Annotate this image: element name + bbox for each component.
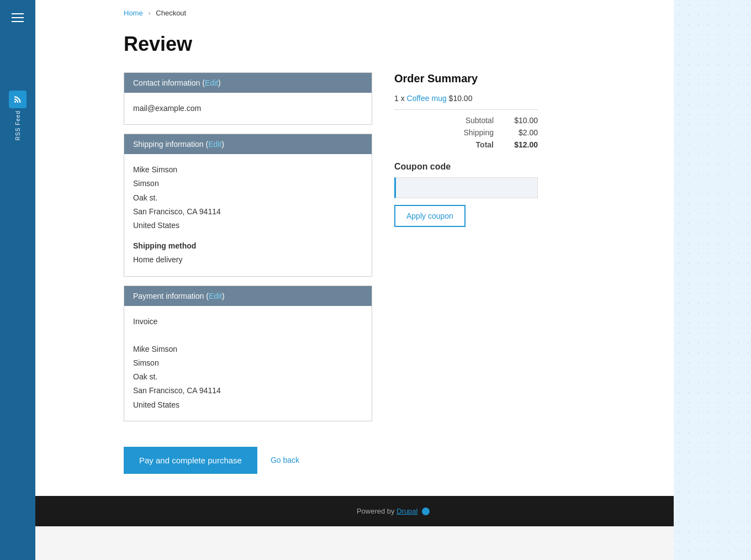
rss-feed-widget[interactable]: RSS Feed	[9, 91, 27, 140]
payment-street: Oak st.	[133, 370, 363, 384]
order-summary: Order Summary 1 x Coffee mug $10.00 Subt…	[394, 72, 538, 227]
pay-complete-button[interactable]: Pay and complete purchase	[124, 447, 257, 474]
payment-section-body: Invoice Mike Simson Simson Oak st. San F…	[124, 306, 372, 421]
subtotal-value: $10.00	[505, 116, 538, 125]
right-column: Order Summary 1 x Coffee mug $10.00 Subt…	[394, 72, 538, 227]
go-back-link[interactable]: Go back	[271, 456, 299, 464]
order-item-name[interactable]: Coffee mug	[407, 94, 447, 103]
shipping-header-text: Shipping information (	[133, 140, 208, 149]
breadcrumb-home[interactable]: Home	[124, 9, 143, 17]
footer-drupal-link[interactable]: Drupal	[396, 507, 417, 515]
coupon-title: Coupon code	[394, 162, 538, 172]
shipping-cost-value: $2.00	[505, 128, 538, 137]
shipping-cost-label: Shipping	[464, 128, 494, 137]
footer: Powered by Drupal	[35, 496, 751, 527]
right-decoration	[674, 0, 751, 560]
order-item-qty: 1 x	[394, 94, 405, 103]
shipping-edit-link[interactable]: Edit	[208, 140, 221, 149]
coupon-input[interactable]	[394, 177, 538, 198]
order-item: 1 x Coffee mug $10.00	[394, 94, 538, 103]
contact-section-body: mail@example.com	[124, 93, 372, 124]
main-content: Home › Checkout Review Contact informati…	[35, 0, 674, 496]
shipping-city-state: San Francisco, CA 94114	[133, 205, 363, 219]
sidebar: RSS Feed	[0, 0, 35, 560]
contact-header-text: Contact information (	[133, 78, 205, 87]
payment-section-header: Payment information (Edit)	[124, 286, 372, 306]
shipping-street: Oak st.	[133, 191, 363, 205]
coupon-section: Coupon code Apply coupon	[394, 162, 538, 227]
payment-information-section: Payment information (Edit) Invoice Mike …	[124, 286, 372, 421]
contact-section-header: Contact information (Edit)	[124, 73, 372, 93]
contact-email: mail@example.com	[133, 104, 201, 113]
payment-edit-link[interactable]: Edit	[209, 292, 222, 300]
shipping-header-close: )	[221, 140, 224, 149]
content-area: Contact information (Edit) mail@example.…	[124, 72, 585, 496]
contact-information-section: Contact information (Edit) mail@example.…	[124, 72, 372, 125]
rss-icon	[9, 91, 27, 108]
bottom-actions: Pay and complete purchase Go back	[124, 430, 372, 496]
payment-name: Mike Simson	[133, 342, 363, 356]
contact-edit-link[interactable]: Edit	[205, 78, 218, 87]
subtotal-label: Subtotal	[466, 116, 494, 125]
shipping-information-section: Shipping information (Edit) Mike Simson …	[124, 134, 372, 276]
payment-header-text: Payment information (	[133, 292, 209, 300]
order-item-price: $10.00	[449, 94, 473, 103]
shipping-last-name: Simson	[133, 177, 363, 191]
page-title: Review	[124, 22, 585, 72]
rss-label: RSS Feed	[15, 110, 21, 140]
breadcrumb: Home › Checkout	[124, 0, 585, 22]
subtotal-row: Subtotal $10.00	[394, 114, 538, 126]
apply-coupon-button[interactable]: Apply coupon	[394, 205, 466, 227]
shipping-country: United States	[133, 219, 363, 233]
order-totals: Subtotal $10.00 Shipping $2.00 Total $12…	[394, 109, 538, 151]
order-summary-title: Order Summary	[394, 72, 538, 85]
footer-powered-by: Powered by	[357, 507, 395, 515]
breadcrumb-current: Checkout	[156, 9, 186, 17]
contact-header-close: )	[218, 78, 221, 87]
total-value: $12.00	[505, 140, 538, 149]
payment-header-close: )	[222, 292, 225, 300]
payment-city-state: San Francisco, CA 94114	[133, 384, 363, 398]
shipping-row: Shipping $2.00	[394, 126, 538, 139]
shipping-method-value: Home delivery	[133, 253, 363, 267]
drupal-icon	[422, 508, 430, 515]
left-column: Contact information (Edit) mail@example.…	[124, 72, 372, 496]
payment-country: United States	[133, 398, 363, 412]
payment-last-name: Simson	[133, 356, 363, 370]
breadcrumb-separator: ›	[148, 9, 150, 17]
shipping-section-header: Shipping information (Edit)	[124, 134, 372, 154]
payment-method: Invoice	[133, 315, 363, 329]
hamburger-menu[interactable]	[0, 0, 35, 35]
total-label: Total	[476, 140, 494, 149]
shipping-section-body: Mike Simson Simson Oak st. San Francisco…	[124, 154, 372, 276]
shipping-name: Mike Simson	[133, 163, 363, 177]
total-row: Total $12.00	[394, 139, 538, 151]
shipping-method-label: Shipping method	[133, 239, 363, 253]
